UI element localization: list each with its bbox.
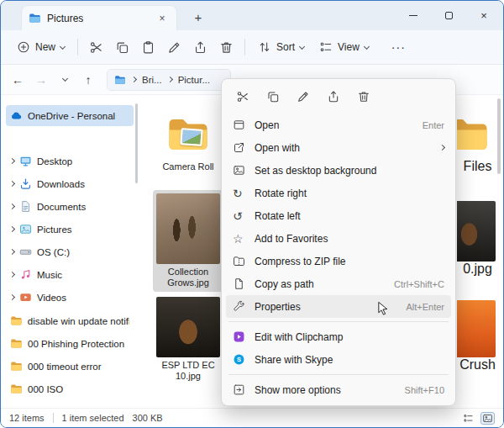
- file-partial-crush[interactable]: Crush: [457, 300, 498, 373]
- new-button[interactable]: New: [9, 34, 72, 60]
- rename-button[interactable]: [290, 85, 316, 108]
- downloads-icon: [19, 177, 32, 190]
- menu-item-open-with[interactable]: Open with: [226, 136, 451, 159]
- menu-item-properties[interactable]: Properties Alt+Enter: [226, 295, 451, 318]
- maximize-button[interactable]: [431, 1, 466, 30]
- folder-icon: [10, 314, 23, 327]
- menu-item-show-more-options[interactable]: Show more options Shift+F10: [226, 378, 451, 401]
- forward-button[interactable]: →: [31, 70, 51, 90]
- rename-button[interactable]: [161, 34, 187, 60]
- sidebar-item-pictures[interactable]: Pictures: [6, 219, 134, 240]
- menu-item-set-as-desktop-background[interactable]: Set as desktop background: [226, 159, 451, 182]
- share-button[interactable]: [187, 34, 213, 60]
- menu-item-add-to-favorites[interactable]: ☆ Add to Favorites: [226, 227, 451, 250]
- copy-path-icon: [233, 277, 255, 290]
- paste-button[interactable]: [135, 34, 161, 60]
- chevron-right-icon[interactable]: [9, 249, 15, 255]
- breadcrumb-item[interactable]: Bri...: [142, 75, 162, 85]
- file-partial-0jpg[interactable]: 0.jpg: [457, 201, 498, 277]
- paste-icon: [141, 40, 155, 55]
- file-esp-ltd[interactable]: ESP LTD EC 10.jpg: [153, 297, 223, 382]
- cut-button[interactable]: [83, 34, 109, 60]
- new-tab-button[interactable]: +: [189, 8, 207, 26]
- maximize-icon: [445, 12, 453, 19]
- chevron-right-icon[interactable]: [9, 272, 15, 277]
- view-label: View: [338, 41, 360, 53]
- tab-close-icon[interactable]: ×: [155, 11, 170, 26]
- rotate-left-icon: ↺: [233, 210, 255, 222]
- menu-separator: [228, 321, 449, 322]
- copy-icon: [115, 40, 129, 55]
- minimize-button[interactable]: [396, 1, 431, 30]
- title-bar: Pictures × + ×: [1, 1, 503, 30]
- menu-item-compress-to-zip[interactable]: Compress to ZIP file: [226, 250, 451, 272]
- cut-button[interactable]: [229, 85, 255, 108]
- open-with-icon: [233, 141, 255, 154]
- address-bar[interactable]: Bri... Pictur...: [107, 69, 231, 91]
- close-button[interactable]: ×: [466, 1, 501, 30]
- chevron-down-icon: [364, 43, 370, 49]
- menu-item-rotate-left[interactable]: ↺ Rotate left: [226, 204, 451, 227]
- file-partial-folder[interactable]: Files: [457, 112, 498, 174]
- delete-button[interactable]: [350, 85, 376, 108]
- sidebar-item-folder-000-timeout[interactable]: 000 timeout error: [6, 356, 134, 377]
- sidebar-item-folder-00-phishing[interactable]: 00 Phishing Protection: [6, 333, 134, 354]
- chevron-right-icon[interactable]: [9, 226, 15, 232]
- chevron-right-icon[interactable]: [9, 158, 15, 164]
- chevron-right-icon[interactable]: [9, 181, 15, 187]
- breadcrumb-item[interactable]: Pictur...: [178, 75, 210, 85]
- copy-button[interactable]: [109, 34, 135, 60]
- navigation-pane: OneDrive - Personal Desktop Downloads Do…: [1, 95, 138, 408]
- menu-item-rotate-right[interactable]: ↻ Rotate right: [226, 182, 451, 204]
- file-label: Collection Grows.jpg: [156, 267, 220, 288]
- chevron-right-icon: [131, 77, 137, 82]
- onedrive-cloud-icon: [10, 109, 23, 122]
- star-icon: ☆: [233, 233, 255, 245]
- chevron-right-icon[interactable]: [9, 203, 15, 209]
- sidebar-item-music[interactable]: Music: [6, 264, 134, 285]
- file-camera-roll[interactable]: Camera Roll: [152, 112, 224, 172]
- menu-item-edit-with-clipchamp[interactable]: Edit with Clipchamp: [226, 325, 451, 348]
- sidebar-item-os-c[interactable]: OS (C:): [6, 241, 134, 262]
- delete-button[interactable]: [213, 34, 239, 60]
- sidebar-item-downloads[interactable]: Downloads: [6, 173, 134, 194]
- content-scrollbar[interactable]: [497, 98, 501, 174]
- folder-icon: [457, 112, 496, 157]
- menu-item-open[interactable]: Open Enter: [226, 114, 451, 136]
- file-collection-grows[interactable]: Collection Grows.jpg: [153, 190, 223, 292]
- copy-button[interactable]: [260, 85, 286, 108]
- sidebar-item-folder-000-iso[interactable]: 000 ISO: [6, 378, 134, 399]
- recent-locations-button[interactable]: [55, 70, 75, 90]
- toolbar-divider: [77, 39, 78, 55]
- sidebar-item-documents[interactable]: Documents: [6, 196, 134, 217]
- image-thumbnail: [156, 297, 220, 357]
- tab-pictures[interactable]: Pictures ×: [21, 5, 177, 30]
- view-button[interactable]: View: [312, 34, 376, 60]
- sort-button[interactable]: Sort: [250, 34, 312, 60]
- chevron-down-icon: [60, 43, 66, 49]
- thumbnail-view-toggle[interactable]: [480, 412, 495, 425]
- file-label: 0.jpg: [457, 262, 498, 277]
- menu-item-copy-as-path[interactable]: Copy as path Ctrl+Shift+C: [226, 272, 451, 295]
- sidebar-item-onedrive[interactable]: OneDrive - Personal: [6, 105, 134, 126]
- details-view-toggle[interactable]: [461, 412, 475, 425]
- desktop-icon: [19, 155, 32, 167]
- chevron-right-icon[interactable]: [9, 294, 15, 300]
- share-button[interactable]: [320, 85, 346, 108]
- show-more-icon: [233, 383, 255, 396]
- file-label: ESP LTD EC 10.jpg: [153, 360, 223, 382]
- sidebar-item-folder-disable-win-update[interactable]: disable win update notifi: [6, 310, 134, 331]
- see-more-button[interactable]: ···: [385, 40, 412, 54]
- sidebar-item-videos[interactable]: Videos: [6, 287, 134, 308]
- up-button[interactable]: ↑: [78, 70, 98, 90]
- share-icon: [327, 90, 340, 103]
- sidebar-item-desktop[interactable]: Desktop: [6, 151, 134, 172]
- file-label: Camera Roll: [152, 161, 224, 172]
- details-view-icon: [463, 413, 474, 424]
- folder-icon: [10, 337, 23, 350]
- cut-icon: [236, 90, 249, 103]
- menu-item-share-with-skype[interactable]: Share with Skype: [226, 348, 451, 371]
- explorer-window: Pictures × + × New Sort Vie: [0, 0, 504, 428]
- thumbnail-view-icon: [482, 413, 493, 424]
- back-button[interactable]: ←: [8, 70, 28, 90]
